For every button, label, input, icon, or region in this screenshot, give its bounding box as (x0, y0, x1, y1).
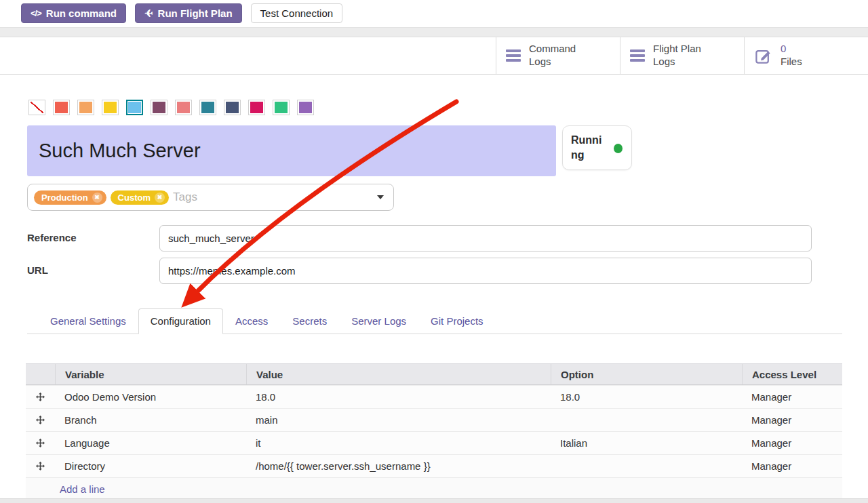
add-line-row: Add a line (26, 477, 842, 500)
column-header-value: Value (246, 364, 551, 384)
cell-value: 18.0 (246, 391, 551, 403)
cell-value: /home/{{ tower.server.ssh_username }} (246, 460, 551, 472)
tags-placeholder: Tags (173, 190, 197, 204)
tags-input[interactable]: Production✖Custom✖ Tags (27, 184, 394, 211)
tab-general-settings[interactable]: General Settings (38, 308, 138, 334)
cell-access-level: Manager (742, 460, 842, 472)
notebook-tabs: General SettingsConfigurationAccessSecre… (27, 308, 842, 334)
add-a-line-link[interactable]: Add a line (60, 483, 105, 495)
table-row[interactable]: Directory/home/{{ tower.server.ssh_usern… (26, 454, 842, 477)
run-flight-plan-label: Run Flight Plan (158, 7, 233, 19)
tab-configuration[interactable]: Configuration (138, 308, 223, 334)
test-connection-button[interactable]: Test Connection (251, 3, 343, 23)
column-header-variable: Variable (55, 364, 246, 384)
title-row: Such Much Server Running (27, 125, 632, 176)
tab-server-logs[interactable]: Server Logs (339, 308, 418, 334)
page-background-strip (0, 27, 868, 37)
bottom-page-strip (0, 498, 868, 503)
server-name-input[interactable]: Such Much Server (27, 125, 556, 176)
remove-tag-icon[interactable]: ✖ (92, 193, 102, 203)
url-field[interactable] (159, 258, 812, 284)
chevron-down-icon[interactable] (377, 195, 384, 199)
handle-cell (26, 416, 55, 424)
table-header-row: Variable Value Option Access Level (26, 363, 842, 385)
remove-tag-icon[interactable]: ✖ (155, 193, 165, 203)
stat-buttons: Command LogsFlight Plan Logs 0Files (0, 37, 868, 75)
cell-access-level: Manager (742, 437, 842, 449)
handle-cell (26, 439, 55, 447)
handle-cell (26, 393, 55, 401)
tab-git-projects[interactable]: Git Projects (418, 308, 496, 334)
tag-custom: Custom✖ (111, 190, 169, 205)
code-icon: </> (31, 8, 41, 18)
stat-button-flight-plan-logs[interactable]: Flight Plan Logs (620, 37, 744, 74)
form-sheet: Such Much Server Running Production✖Cust… (0, 100, 868, 500)
cell-value: it (246, 437, 551, 449)
tag-pills: Production✖Custom✖ (34, 190, 173, 205)
action-toolbar: </> Run command ✈ Run Flight Plan Test C… (0, 0, 868, 23)
color-swatch-none[interactable] (28, 100, 45, 115)
color-swatch-3[interactable] (102, 100, 119, 115)
stat-button-label: Command Logs (529, 43, 593, 68)
cell-variable: Odoo Demo Version (55, 391, 246, 403)
table-row[interactable]: LanguageitItalianManager (26, 431, 842, 454)
tab-secrets[interactable]: Secrets (280, 308, 339, 334)
stat-button-label: Flight Plan Logs (653, 43, 717, 68)
tab-access[interactable]: Access (223, 308, 280, 334)
edit-icon (754, 47, 772, 65)
color-swatch-11[interactable] (297, 100, 314, 115)
drag-handle-icon[interactable] (36, 416, 45, 424)
list-icon (630, 49, 645, 62)
plane-icon: ✈ (144, 7, 153, 20)
color-swatch-6[interactable] (175, 100, 192, 115)
color-swatch-2[interactable] (77, 100, 94, 115)
cell-variable: Directory (55, 460, 246, 472)
url-label: URL (27, 258, 159, 284)
stat-button-label: 0Files (781, 43, 844, 68)
cell-option: 18.0 (551, 391, 742, 403)
run-command-label: Run command (46, 7, 117, 19)
status-button[interactable]: Running (562, 125, 632, 170)
list-icon (506, 49, 521, 62)
tag-label: Custom (118, 193, 151, 203)
status-running-dot (614, 144, 623, 153)
run-command-button[interactable]: </> Run command (21, 3, 126, 23)
column-header-handle (26, 364, 55, 384)
cell-access-level: Manager (742, 391, 842, 403)
stat-button-files[interactable]: 0Files (744, 37, 868, 74)
test-connection-label: Test Connection (260, 7, 334, 19)
color-swatch-9[interactable] (248, 100, 265, 115)
reference-label: Reference (27, 225, 159, 252)
cell-value: main (246, 414, 551, 426)
tag-production: Production✖ (34, 190, 106, 205)
stat-button-command-logs[interactable]: Command Logs (496, 37, 620, 74)
color-swatch-1[interactable] (53, 100, 70, 115)
run-flight-plan-button[interactable]: ✈ Run Flight Plan (135, 3, 242, 23)
color-swatch-10[interactable] (273, 100, 290, 115)
table-row[interactable]: Odoo Demo Version18.018.0Manager (26, 385, 842, 408)
drag-handle-icon[interactable] (36, 439, 45, 447)
stat-button-value: 0 (781, 43, 786, 54)
reference-field[interactable] (159, 225, 812, 252)
configuration-table: Variable Value Option Access Level Odoo … (26, 363, 842, 500)
color-swatch-5[interactable] (151, 100, 167, 115)
handle-cell (26, 462, 55, 470)
cell-variable: Branch (55, 414, 246, 426)
table-body: Odoo Demo Version18.018.0Manager Branchm… (26, 385, 842, 477)
table-row[interactable]: BranchmainManager (26, 408, 842, 431)
cell-access-level: Manager (742, 414, 842, 426)
column-header-option: Option (551, 364, 742, 384)
column-header-access-level: Access Level (742, 364, 842, 384)
color-picker (28, 100, 868, 115)
tag-label: Production (41, 193, 88, 203)
cell-option: Italian (551, 437, 742, 449)
status-label: Running (571, 133, 604, 163)
drag-handle-icon[interactable] (36, 393, 45, 401)
drag-handle-icon[interactable] (36, 462, 45, 470)
color-swatch-8[interactable] (224, 100, 241, 115)
cell-variable: Language (55, 437, 246, 449)
color-swatch-7[interactable] (199, 100, 216, 115)
detail-form: Reference URL (27, 225, 868, 284)
color-swatch-4[interactable] (126, 100, 143, 115)
